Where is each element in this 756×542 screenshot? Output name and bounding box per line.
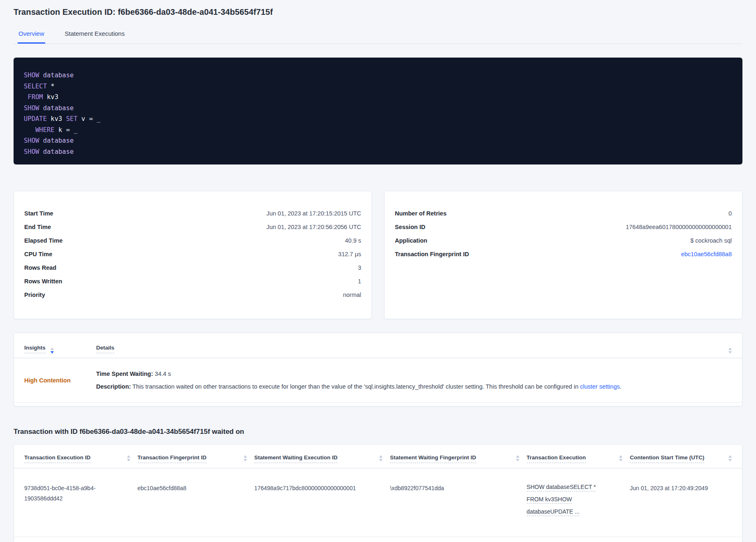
cell-transaction-execution[interactable]: SHOW databaseSELECT * FROM kv3SHOW datab… bbox=[527, 483, 630, 520]
summary-label: Transaction Fingerprint ID bbox=[395, 251, 469, 257]
summary-row-session-id: Session ID 17648a9eea6017800000000000000… bbox=[395, 220, 732, 234]
tab-overview[interactable]: Overview bbox=[18, 27, 45, 44]
insight-details: Time Spent Waiting: 34.4 s Description: … bbox=[96, 370, 732, 391]
transaction-execution-page: Transaction Execution ID: f6be6366-da03-… bbox=[0, 0, 756, 542]
sort-icon[interactable] bbox=[51, 347, 54, 354]
sql-code-line: UPDATE kv3 SET v = _ bbox=[24, 113, 733, 125]
summary-label: Elapsed Time bbox=[24, 237, 62, 244]
summary-value: 17648a9eea6017800000000000000001 bbox=[626, 224, 732, 230]
summary-row-transaction-fingerprint-id: Transaction Fingerprint ID ebc10ae56cfd8… bbox=[395, 247, 732, 261]
insights-header-label: Insights bbox=[24, 345, 46, 353]
sql-code-line: FROM kv3 bbox=[24, 92, 733, 103]
column-header-transaction-execution-id[interactable]: Transaction Execution ID bbox=[24, 454, 138, 468]
summary-label: Session ID bbox=[395, 224, 425, 230]
sort-icon[interactable] bbox=[619, 455, 622, 461]
sql-code-line: SHOW database bbox=[24, 146, 733, 158]
summary-value: Jun 01, 2023 at 17:20:15:2015 UTC bbox=[266, 210, 361, 217]
waited-on-row: 9738d051-bc0e-4158-a9b4-1903586ddd42 ebc… bbox=[14, 468, 742, 537]
details-column-header[interactable]: Details bbox=[96, 344, 114, 353]
tab-bar: Overview Statement Executions bbox=[14, 27, 742, 44]
sort-icon[interactable] bbox=[244, 455, 247, 461]
sort-icon[interactable] bbox=[516, 455, 519, 461]
sql-code-line: WHERE k = _ bbox=[24, 125, 733, 136]
summary-row-priority: Priority normal bbox=[24, 288, 361, 301]
waited-on-heading: Transaction with ID f6be6366-da03-48de-a… bbox=[14, 428, 742, 436]
sql-code-line: SHOW database bbox=[24, 135, 733, 146]
waited-on-table: Transaction Execution ID Transaction Fin… bbox=[14, 444, 742, 542]
insights-table: Insights Details High Contention Time Sp… bbox=[14, 333, 742, 406]
summary-card-right: Number of Retries 0 Session ID 17648a9ee… bbox=[384, 191, 742, 319]
column-header-statement-waiting-execution-id[interactable]: Statement Waiting Execution ID bbox=[254, 454, 390, 468]
waited-on-table-header: Transaction Execution ID Transaction Fin… bbox=[14, 445, 742, 468]
sql-code-line: SELECT * bbox=[24, 81, 733, 92]
summary-label: Application bbox=[395, 237, 427, 244]
sort-icon[interactable] bbox=[728, 455, 732, 461]
insight-badge: High Contention bbox=[24, 377, 96, 384]
summary-value: 3 bbox=[358, 264, 361, 271]
summary-value: $ cockroach sql bbox=[690, 237, 732, 244]
summary-row-rows-read: Rows Read 3 bbox=[24, 261, 361, 274]
details-header-label: Details bbox=[96, 345, 114, 353]
insights-column-header[interactable]: Insights bbox=[24, 344, 96, 354]
cell-statement-waiting-execution-id: 176498a9c717bdc80000000000000001 bbox=[254, 483, 390, 520]
insight-description: Description: This transaction waited on … bbox=[96, 382, 732, 391]
sql-code-line: SHOW database bbox=[24, 103, 733, 114]
summary-label: CPU Time bbox=[24, 251, 52, 257]
summary-label: Rows Read bbox=[24, 264, 56, 271]
summary-label: Rows Written bbox=[24, 278, 62, 285]
summary-value: 312.7 µs bbox=[338, 251, 361, 257]
sort-icon[interactable] bbox=[127, 455, 130, 461]
column-header-transaction-fingerprint-id[interactable]: Transaction Fingerprint ID bbox=[138, 454, 254, 468]
summary-label: Priority bbox=[24, 292, 45, 298]
summary-value: 40.9 s bbox=[345, 237, 362, 244]
column-header-transaction-execution[interactable]: Transaction Execution bbox=[527, 454, 630, 468]
summary-value: normal bbox=[343, 292, 361, 298]
summary-row-elapsed-time: Elapsed Time 40.9 s bbox=[24, 234, 361, 247]
cell-statement-waiting-fingerprint-id: \xdb8922f077541dda bbox=[390, 483, 526, 520]
summary-value: 0 bbox=[728, 210, 732, 217]
summary-label: Number of Retries bbox=[395, 210, 447, 217]
sort-icon[interactable] bbox=[728, 347, 732, 354]
sql-statements-box: SHOW databaseSELECT * FROM kv3SHOW datab… bbox=[14, 58, 742, 164]
table-sort-control[interactable] bbox=[724, 344, 732, 354]
cell-transaction-execution-id: 9738d051-bc0e-4158-a9b4-1903586ddd42 bbox=[24, 483, 138, 520]
time-spent-waiting: Time Spent Waiting: 34.4 s bbox=[96, 370, 732, 378]
summary-row-end-time: End Time Jun 01, 2023 at 17:20:56:2056 U… bbox=[24, 220, 361, 234]
summary-label: Start Time bbox=[24, 210, 53, 217]
insights-row: High Contention Time Spent Waiting: 34.4… bbox=[14, 358, 742, 403]
tab-statement-executions[interactable]: Statement Executions bbox=[64, 27, 126, 44]
insights-table-header: Insights Details bbox=[14, 333, 742, 358]
sql-code-line: SHOW database bbox=[24, 70, 733, 81]
summary-row-start-time: Start Time Jun 01, 2023 at 17:20:15:2015… bbox=[24, 206, 361, 220]
cell-transaction-fingerprint-id: ebc10ae56cfd88a8 bbox=[138, 483, 254, 520]
cluster-settings-link[interactable]: cluster settings bbox=[580, 383, 620, 390]
summary-cards-row: Start Time Jun 01, 2023 at 17:20:15:2015… bbox=[14, 191, 742, 319]
summary-row-retries: Number of Retries 0 bbox=[395, 206, 732, 220]
summary-row-application: Application $ cockroach sql bbox=[395, 234, 732, 247]
column-header-contention-start-time[interactable]: Contention Start Time (UTC) bbox=[630, 454, 732, 468]
summary-label: End Time bbox=[24, 224, 51, 230]
cell-contention-start-time: Jun 01, 2023 at 17:20:49:2049 bbox=[630, 483, 732, 520]
summary-value: Jun 01, 2023 at 17:20:56:2056 UTC bbox=[266, 224, 361, 230]
summary-value: 1 bbox=[358, 278, 361, 285]
sort-icon[interactable] bbox=[379, 455, 383, 461]
transaction-fingerprint-link[interactable]: ebc10ae56cfd88a8 bbox=[681, 251, 732, 257]
summary-row-rows-written: Rows Written 1 bbox=[24, 274, 361, 288]
column-header-statement-waiting-fingerprint-id[interactable]: Statement Waiting Fingerprint ID bbox=[390, 454, 526, 468]
page-title: Transaction Execution ID: f6be6366-da03-… bbox=[14, 7, 742, 17]
summary-card-left: Start Time Jun 01, 2023 at 17:20:15:2015… bbox=[14, 191, 372, 319]
summary-row-cpu-time: CPU Time 312.7 µs bbox=[24, 247, 361, 261]
sql-code: SHOW databaseSELECT * FROM kv3SHOW datab… bbox=[24, 70, 733, 157]
